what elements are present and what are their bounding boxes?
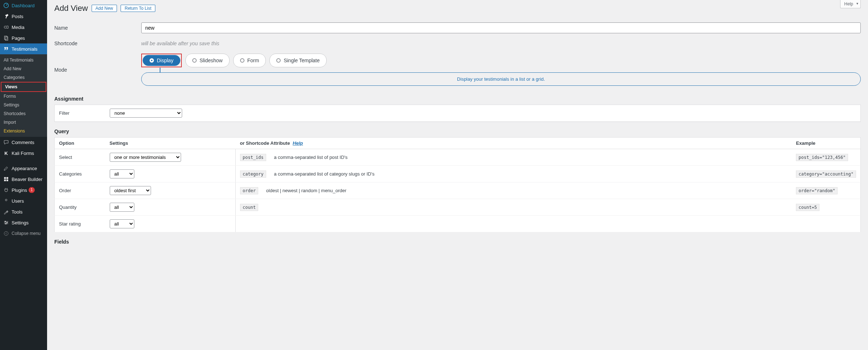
shortcode-label: Shortcode xyxy=(54,41,141,46)
mode-description: Display your testimonials in a list or a… xyxy=(141,72,861,86)
mode-single-button[interactable]: Single Template xyxy=(269,54,326,67)
example-code: post_ids="123,456" xyxy=(796,154,848,161)
sidebar-label: Posts xyxy=(12,14,24,19)
sidebar-label: Users xyxy=(12,198,24,204)
grid-icon xyxy=(3,176,9,182)
sidebar-sub-all[interactable]: All Testimonials xyxy=(0,56,47,64)
mode-label-text: Display xyxy=(157,58,173,63)
order-select[interactable]: oldest first xyxy=(110,186,151,195)
sidebar-item-settings[interactable]: Settings xyxy=(0,217,47,228)
filter-label: Filter xyxy=(59,110,110,116)
admin-sidebar: Dashboard Posts Media Pages Testimonials… xyxy=(0,0,47,350)
opt-label: Quantity xyxy=(55,199,105,216)
sidebar-item-kaliforms[interactable]: K Kali Forms xyxy=(0,148,47,159)
sidebar-label: Beaver Builder xyxy=(12,177,42,182)
user-icon xyxy=(3,198,9,204)
radio-dot-icon xyxy=(240,58,244,63)
query-help-link[interactable]: Help xyxy=(293,140,303,146)
sidebar-item-plugins[interactable]: Plugins 1 xyxy=(0,185,47,195)
example-code: count=5 xyxy=(796,204,819,211)
opt-label: Categories xyxy=(55,166,105,182)
svg-point-9 xyxy=(5,221,6,222)
sidebar-sub-shortcodes[interactable]: Shortcodes xyxy=(0,109,47,118)
attr-code: post_ids xyxy=(240,154,266,161)
svg-point-10 xyxy=(7,222,8,223)
example-code: order="random" xyxy=(796,187,838,194)
opt-label: Order xyxy=(55,182,105,199)
sidebar-item-appearance[interactable]: Appearance xyxy=(0,163,47,174)
mode-label-text: Single Template xyxy=(284,58,319,63)
mode-display-highlight: Display xyxy=(141,54,182,67)
dashboard-icon xyxy=(3,2,9,9)
page-title: Add View xyxy=(54,4,88,13)
sidebar-item-testimonials[interactable]: Testimonials xyxy=(0,43,47,54)
sidebar-item-comments[interactable]: Comments xyxy=(0,137,47,148)
sidebar-item-media[interactable]: Media xyxy=(0,22,47,33)
sidebar-label: Testimonials xyxy=(12,46,38,52)
radio-dot-icon xyxy=(150,58,154,63)
name-input[interactable] xyxy=(141,22,861,33)
sidebar-label: Collapse menu xyxy=(12,231,41,236)
mode-form-button[interactable]: Form xyxy=(233,54,266,67)
help-tab[interactable]: Help xyxy=(840,0,861,8)
svg-rect-3 xyxy=(5,37,8,41)
categories-select[interactable]: all xyxy=(110,169,134,178)
svg-point-11 xyxy=(5,223,7,224)
attr-code: order xyxy=(240,187,258,194)
table-row: Select one or more testimonials post_ids… xyxy=(55,149,861,166)
sidebar-item-beaver[interactable]: Beaver Builder xyxy=(0,174,47,185)
select-select[interactable]: one or more testimonials xyxy=(110,153,181,162)
pin-icon xyxy=(3,13,9,20)
quantity-select[interactable]: all xyxy=(110,203,134,212)
pointer-line xyxy=(160,68,160,73)
add-new-button[interactable]: Add New xyxy=(92,5,117,12)
wrench-icon xyxy=(3,208,9,215)
pages-icon xyxy=(3,35,9,41)
col-settings: Settings xyxy=(105,138,236,149)
svg-point-1 xyxy=(4,26,6,28)
sidebar-sub-addnew[interactable]: Add New xyxy=(0,64,47,73)
mode-row: Mode Display Slideshow Form Single Templ… xyxy=(54,50,861,89)
sidebar-sub-forms[interactable]: Forms xyxy=(0,92,47,101)
shortcode-row: Shortcode will be available after you sa… xyxy=(54,37,861,50)
mode-display-button[interactable]: Display xyxy=(143,55,180,66)
sliders-icon xyxy=(3,219,9,226)
attr-code: count xyxy=(240,204,258,211)
sidebar-label: Kali Forms xyxy=(12,151,34,156)
name-row: Name xyxy=(54,19,861,37)
sidebar-item-collapse[interactable]: Collapse menu xyxy=(0,228,47,239)
sidebar-label: Dashboard xyxy=(12,3,35,8)
sidebar-item-dashboard[interactable]: Dashboard xyxy=(0,0,47,11)
assignment-heading: Assignment xyxy=(54,96,861,102)
sidebar-label: Plugins xyxy=(12,187,27,193)
sidebar-item-tools[interactable]: Tools xyxy=(0,206,47,217)
table-row: Categories all category a comma-separate… xyxy=(55,166,861,182)
sidebar-label: Media xyxy=(12,25,24,30)
collapse-icon xyxy=(3,230,9,237)
sidebar-sub-extensions[interactable]: Extensions xyxy=(0,127,47,135)
sidebar-item-posts[interactable]: Posts xyxy=(0,11,47,22)
sidebar-item-pages[interactable]: Pages xyxy=(0,33,47,43)
sidebar-item-users[interactable]: Users xyxy=(0,195,47,206)
filter-select[interactable]: none xyxy=(110,109,182,118)
mode-label: Mode xyxy=(54,67,141,73)
sidebar-sub-import[interactable]: Import xyxy=(0,118,47,127)
return-to-list-button[interactable]: Return To List xyxy=(121,5,155,12)
sidebar-sub-categories[interactable]: Categories xyxy=(0,73,47,82)
fields-heading: Fields xyxy=(54,239,861,245)
sidebar-sub-settings[interactable]: Settings xyxy=(0,101,47,109)
svg-rect-6 xyxy=(4,180,6,181)
col-example: Example xyxy=(792,138,860,149)
sidebar-label: Settings xyxy=(12,220,29,225)
query-table: Option Settings or Shortcode Attribute H… xyxy=(54,137,861,232)
mode-slideshow-button[interactable]: Slideshow xyxy=(185,54,230,67)
plug-icon xyxy=(3,187,9,193)
main-content: Help Add View Add New Return To List Nam… xyxy=(47,0,868,350)
starrating-select[interactable]: all xyxy=(110,219,134,228)
sidebar-sub-views[interactable]: Views xyxy=(1,82,46,92)
svg-rect-2 xyxy=(4,36,7,39)
mode-label-text: Slideshow xyxy=(200,58,223,63)
table-row: Star rating all xyxy=(55,216,861,232)
svg-point-12 xyxy=(4,231,8,235)
media-icon xyxy=(3,24,9,30)
